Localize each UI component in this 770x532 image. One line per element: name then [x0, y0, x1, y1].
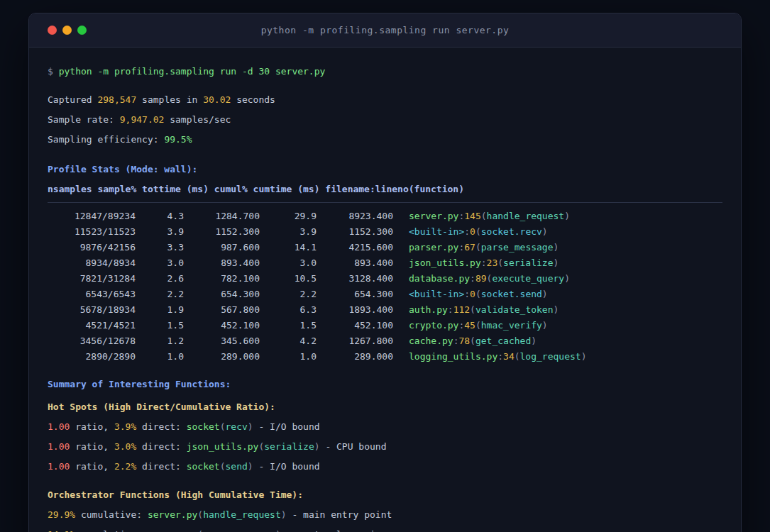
text-segment: socket	[187, 461, 220, 472]
stats-row: 3456/126781.2345.6004.21267.800cache.py:…	[48, 333, 722, 349]
close-button[interactable]	[48, 26, 57, 35]
function-location: database.py:89(execute_query)	[393, 271, 722, 287]
stat-cell: 5678/18934	[48, 302, 136, 318]
text-segment: (	[475, 226, 481, 237]
text-segment: )	[564, 273, 570, 284]
terminal-output: $ python -m profiling.sampling run -d 30…	[29, 48, 741, 532]
text-segment: 14.1%	[48, 529, 75, 532]
text-segment: )	[531, 336, 537, 346]
summary-heading: Summary of Interesting Functions:	[48, 377, 722, 392]
hot-spot-line: 1.00 ratio, 3.9% direct: socket(recv) - …	[48, 420, 722, 434]
text-segment: - CPU bound	[320, 441, 387, 452]
stat-cell: 3.0	[260, 255, 317, 271]
text-segment: :	[497, 351, 503, 362]
stat-cell: 4.2	[260, 333, 317, 349]
text-segment: direct:	[136, 421, 186, 432]
text-segment: 3.9%	[114, 421, 136, 432]
text-segment: 298,547	[97, 94, 136, 105]
text-segment: )	[542, 226, 548, 237]
terminal-window: python -m profiling.sampling run server.…	[28, 13, 742, 532]
stat-cell: 2890/2890	[48, 349, 136, 365]
stat-cell: 11523/11523	[48, 224, 136, 240]
traffic-lights	[29, 26, 87, 35]
minimize-button[interactable]	[62, 26, 72, 35]
stat-cell: 14.1	[260, 240, 317, 255]
text-segment: Sampling efficiency:	[48, 134, 164, 145]
text-segment: seconds	[231, 94, 275, 105]
stat-cell: 654.300	[184, 287, 260, 302]
stat-cell: 3.9	[136, 224, 184, 240]
text-segment: )	[281, 509, 287, 520]
text-segment: socket.recv	[481, 226, 542, 237]
orchestrator-line: 29.9% cumulative: server.py(handle_reque…	[48, 508, 722, 522]
text-segment: (	[497, 257, 503, 268]
text-segment: )	[581, 351, 587, 362]
text-segment: parser.py	[148, 529, 197, 532]
stat-cell: 10.5	[260, 271, 317, 287]
stat-cell: 8923.400	[317, 209, 393, 224]
text-segment: )	[248, 421, 253, 432]
profile-stats-heading: Profile Stats (Mode: wall):	[48, 162, 722, 177]
text-segment: Profile Stats (Mode: wall):	[48, 164, 197, 174]
stat-cell: 893.400	[317, 255, 393, 271]
text-segment: cumulative:	[75, 509, 148, 520]
stat-cell: 345.600	[184, 333, 260, 349]
text-segment: 3.0%	[114, 441, 136, 452]
stat-cell: 1.0	[260, 349, 317, 365]
text-segment: (	[470, 336, 475, 346]
sample-rate-line: Sample rate: 9,947.02 samples/sec	[48, 113, 722, 127]
text-segment: nsamples sample% tottime (ms) cumul% cum…	[48, 184, 464, 194]
stat-cell: 987.600	[184, 240, 260, 255]
stats-row: 9876/421563.3987.60014.14215.600parser.p…	[48, 240, 722, 255]
text-segment: 1.00	[48, 441, 70, 452]
text-segment: socket.send	[481, 289, 542, 299]
text-segment: json_utils.py	[187, 441, 259, 452]
zoom-button[interactable]	[77, 26, 87, 35]
divider-line	[48, 202, 722, 203]
text-segment: 2.2%	[114, 461, 136, 472]
text-segment: server.py	[148, 509, 197, 520]
text-segment: Captured	[48, 94, 97, 105]
function-location: crypto.py:45(hmac_verify)	[393, 318, 722, 333]
text-segment: serialize	[503, 257, 553, 268]
text-segment: - protocol parsing	[281, 529, 387, 532]
text-segment: direct:	[136, 461, 186, 472]
stat-cell: 289.000	[317, 349, 393, 365]
hot-spots-heading: Hot Spots (High Direct/Cumulative Ratio)…	[48, 400, 722, 414]
text-segment: 23	[487, 257, 498, 268]
text-segment: get_cached	[475, 336, 531, 346]
text-segment: 78	[458, 336, 470, 346]
stats-row: 5678/189341.9567.8006.31893.400auth.py:1…	[48, 302, 722, 318]
text-segment: 45	[464, 320, 475, 331]
text-segment: )	[275, 529, 281, 532]
text-segment: handle_request	[203, 509, 281, 520]
text-segment: <built-in>	[409, 226, 464, 237]
text-segment: (	[475, 289, 481, 299]
text-segment: recv	[226, 421, 248, 432]
stat-cell: 29.9	[260, 209, 317, 224]
text-segment: (	[197, 529, 203, 532]
stat-cell: 1.2	[136, 333, 184, 349]
text-segment: parser.py	[409, 242, 458, 253]
text-segment: (	[475, 242, 481, 253]
text-segment: 30.02	[203, 94, 231, 105]
text-segment: 9,947.02	[120, 114, 165, 125]
text-segment: Hot Spots (High Direct/Cumulative Ratio)…	[48, 401, 275, 412]
stat-cell: 3.0	[136, 255, 184, 271]
text-segment: cache.py	[409, 336, 453, 346]
text-segment: validate_token	[475, 304, 554, 315]
function-location: server.py:145(handle_request)	[393, 209, 722, 224]
text-segment: 34	[503, 351, 515, 362]
text-segment: <built-in>	[409, 289, 464, 299]
text-segment: (	[470, 304, 475, 315]
stat-cell: 567.800	[184, 302, 260, 318]
stat-cell: 452.100	[317, 318, 393, 333]
stat-cell: 289.000	[184, 349, 260, 365]
stat-cell: 1.9	[136, 302, 184, 318]
stat-cell: 3128.400	[317, 271, 393, 287]
stats-row: 8934/89343.0893.4003.0893.400json_utils.…	[48, 255, 722, 271]
stat-cell: 893.400	[184, 255, 260, 271]
text-segment: )	[554, 304, 559, 315]
stat-cell: 1152.300	[317, 224, 393, 240]
text-segment: - main entry point	[287, 509, 392, 520]
